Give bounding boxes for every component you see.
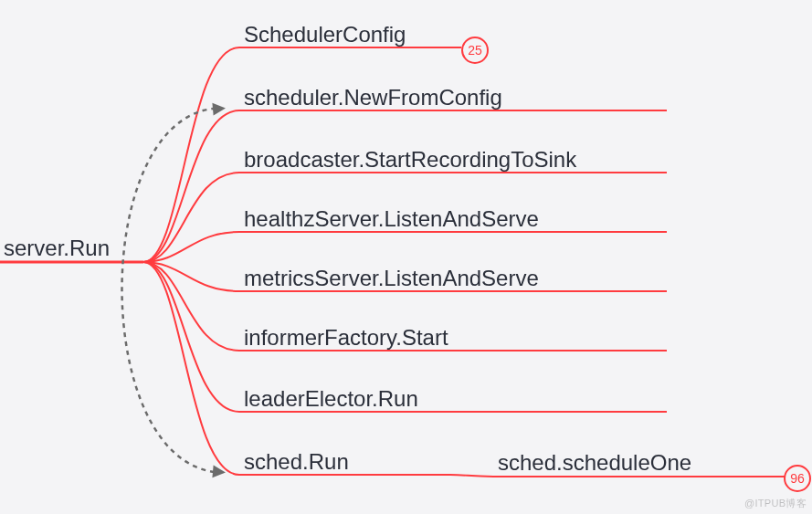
watermark: @ITPUB博客 (744, 497, 807, 510)
child-sched-scheduleone: sched.scheduleOne (498, 452, 691, 474)
diagram-connectors (0, 0, 812, 514)
branch-metrics-server: metricsServer.ListenAndServe (244, 267, 539, 289)
branch-sched-run: sched.Run (244, 451, 349, 473)
badge-25: 25 (461, 37, 489, 64)
branch-scheduler-config: SchedulerConfig (244, 24, 406, 46)
branch-scheduler-newfromconfig: scheduler.NewFromConfig (244, 87, 502, 109)
arrowhead-up-icon (212, 101, 226, 115)
arrowhead-down-icon (212, 465, 226, 478)
branch-healthz-server: healthzServer.ListenAndServe (244, 208, 539, 230)
branch-informer-factory: informerFactory.Start (244, 327, 448, 349)
root-node: server.Run (4, 237, 110, 259)
branch-broadcaster: broadcaster.StartRecordingToSink (244, 149, 576, 171)
badge-96: 96 (784, 465, 811, 492)
branch-leader-elector: leaderElector.Run (244, 388, 418, 410)
